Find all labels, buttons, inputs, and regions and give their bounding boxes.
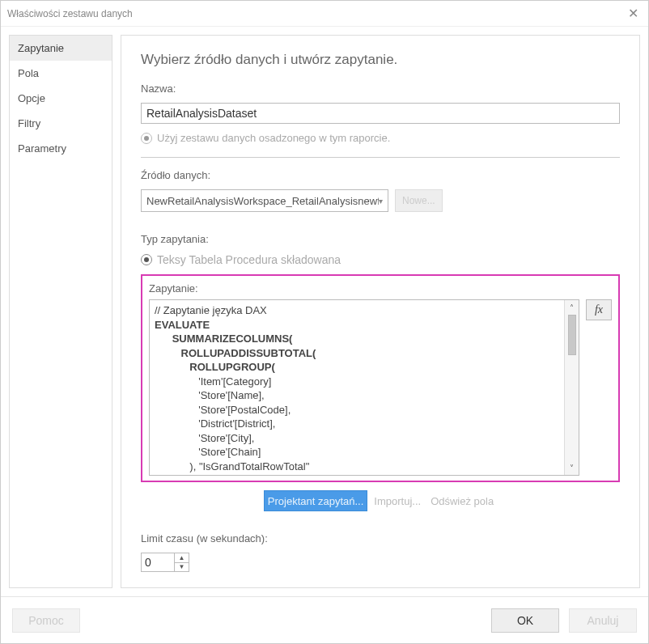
query-type-label: Typ zapytania: bbox=[141, 233, 620, 245]
import-button[interactable]: Importuj... bbox=[371, 490, 424, 511]
name-input[interactable] bbox=[141, 103, 620, 124]
titlebar: Właściwości zestawu danych ✕ bbox=[1, 1, 648, 27]
sidebar-tab-parameters[interactable]: Parametry bbox=[10, 136, 112, 161]
fx-button[interactable]: fx bbox=[586, 299, 612, 320]
dataset-properties-dialog: Właściwości zestawu danych ✕ Zapytanie P… bbox=[0, 0, 649, 644]
content-panel: Wybierz źródło danych i utwórz zapytanie… bbox=[121, 35, 640, 588]
timeout-label: Limit czasu (w sekundach): bbox=[141, 532, 620, 544]
timeout-input[interactable] bbox=[142, 553, 174, 571]
query-designer-button[interactable]: Projektant zapytań... bbox=[264, 490, 368, 511]
sidebar-tab-fields[interactable]: Pola bbox=[10, 61, 112, 86]
radio-icon[interactable] bbox=[141, 254, 152, 265]
spin-up-icon[interactable]: ▲ bbox=[175, 553, 189, 563]
embedded-label: Użyj zestawu danych osadzonego w tym rap… bbox=[157, 132, 390, 144]
timeout-spinner[interactable]: ▲ ▼ bbox=[141, 553, 189, 572]
page-heading: Wybierz źródło danych i utwórz zapytanie… bbox=[141, 52, 620, 68]
query-label: Zapytanie: bbox=[149, 282, 612, 294]
close-icon[interactable]: ✕ bbox=[625, 6, 642, 21]
window-title: Właściwości zestawu danych bbox=[7, 8, 133, 19]
new-datasource-button[interactable]: Nowe... bbox=[395, 189, 443, 212]
scroll-down-icon[interactable]: ˅ bbox=[565, 460, 579, 475]
datasource-label: Źródło danych: bbox=[141, 169, 620, 181]
scroll-thumb[interactable] bbox=[568, 315, 576, 355]
datasource-row: NewRetailAnalysisWorkspace_RetailAnalysi… bbox=[141, 189, 620, 212]
scrollbar[interactable]: ˄ ˅ bbox=[564, 300, 579, 475]
query-type-text: Teksy Tabela Procedura składowana bbox=[157, 253, 341, 266]
chevron-down-icon: ▾ bbox=[379, 197, 383, 205]
refresh-fields-button[interactable]: Odśwież pola bbox=[427, 490, 497, 511]
sidebar-tab-query[interactable]: Zapytanie bbox=[10, 36, 112, 61]
divider bbox=[141, 157, 620, 158]
sidebar-tab-filters[interactable]: Filtry bbox=[10, 111, 112, 136]
spin-down-icon[interactable]: ▼ bbox=[175, 563, 189, 572]
query-type-row: Teksy Tabela Procedura składowana bbox=[141, 253, 620, 266]
scroll-up-icon[interactable]: ˄ bbox=[565, 300, 579, 315]
sidebar-tab-options[interactable]: Opcje bbox=[10, 86, 112, 111]
dialog-body: Zapytanie Pola Opcje Filtry Parametry Wy… bbox=[1, 27, 648, 596]
footer: Pomoc OK Anuluj bbox=[1, 596, 648, 643]
ok-button[interactable]: OK bbox=[491, 608, 559, 633]
datasource-value: NewRetailAnalysisWorkspace_RetailAnalysi… bbox=[146, 195, 379, 207]
query-block: Zapytanie: // Zapytanie języka DAX EVALU… bbox=[141, 274, 620, 482]
sidebar: Zapytanie Pola Opcje Filtry Parametry bbox=[9, 35, 112, 588]
radio-icon[interactable] bbox=[141, 133, 152, 144]
cancel-button[interactable]: Anuluj bbox=[569, 608, 637, 633]
query-textarea[interactable]: // Zapytanie języka DAX EVALUATE SUMMARI… bbox=[149, 299, 579, 476]
datasource-select[interactable]: NewRetailAnalysisWorkspace_RetailAnalysi… bbox=[141, 189, 388, 212]
name-label: Nazwa: bbox=[141, 83, 620, 95]
embedded-radio-row: Użyj zestawu danych osadzonego w tym rap… bbox=[141, 132, 620, 144]
help-button[interactable]: Pomoc bbox=[12, 608, 80, 633]
query-content: // Zapytanie języka DAX EVALUATE SUMMARI… bbox=[150, 300, 564, 475]
query-actions-row: Projektant zapytań... Importuj... Odświe… bbox=[141, 490, 620, 511]
